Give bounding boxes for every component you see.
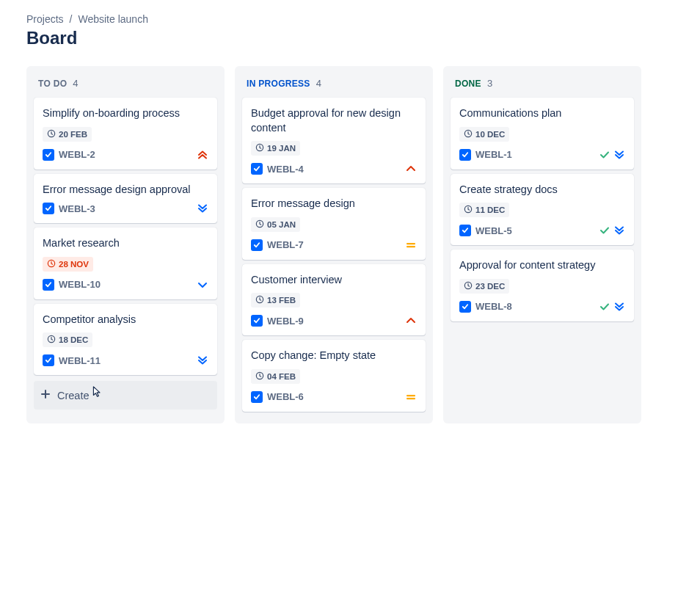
clock-icon bbox=[464, 281, 473, 291]
column-name: IN PROGRESS bbox=[247, 79, 310, 89]
card[interactable]: Error message design approval WEBL-3 bbox=[34, 174, 217, 224]
task-icon bbox=[43, 354, 54, 366]
create-label: Create bbox=[57, 390, 90, 401]
card-key: WEBL-9 bbox=[251, 315, 304, 327]
priority-icon bbox=[197, 279, 208, 291]
column-done: DONE 3 Communications plan 10 DEC WEBL-1 bbox=[443, 66, 641, 423]
priority-icon bbox=[599, 225, 625, 236]
task-icon bbox=[251, 163, 263, 175]
card-footer: WEBL-1 bbox=[459, 149, 625, 161]
breadcrumb: Projects / Website launch bbox=[26, 13, 674, 25]
column-count: 4 bbox=[73, 78, 78, 89]
card-title: Communications plan bbox=[459, 106, 625, 121]
due-date-text: 20 FEB bbox=[59, 130, 87, 139]
card[interactable]: Communications plan 10 DEC WEBL-1 bbox=[451, 98, 634, 170]
card-key: WEBL-8 bbox=[459, 301, 512, 313]
card[interactable]: Customer interview 13 FEB WEBL-9 bbox=[242, 264, 426, 336]
column-header: IN PROGRESS 4 bbox=[242, 73, 426, 98]
due-date-text: 28 NOV bbox=[59, 260, 89, 269]
due-date-text: 19 JAN bbox=[267, 144, 296, 153]
clock-icon bbox=[255, 295, 264, 305]
clock-icon bbox=[255, 371, 264, 382]
priority-icon bbox=[197, 203, 208, 214]
clock-icon bbox=[47, 129, 56, 139]
page-title: Board bbox=[26, 28, 674, 48]
card[interactable]: Create strategy docs 11 DEC WEBL-5 bbox=[451, 174, 634, 246]
breadcrumb-root[interactable]: Projects bbox=[26, 13, 64, 25]
column-name: TO DO bbox=[38, 79, 67, 89]
card-footer: WEBL-2 bbox=[43, 149, 208, 161]
due-date-badge: 13 FEB bbox=[251, 293, 300, 308]
due-date-badge: 10 DEC bbox=[459, 127, 509, 142]
board: TO DO 4 Simplify on-boarding process 20 … bbox=[26, 66, 674, 423]
issue-key: WEBL-5 bbox=[475, 225, 512, 236]
priority-icon bbox=[599, 301, 625, 313]
due-date-text: 11 DEC bbox=[475, 205, 505, 214]
breadcrumb-current: Website launch bbox=[78, 13, 147, 25]
card-key: WEBL-5 bbox=[459, 225, 512, 236]
issue-key: WEBL-2 bbox=[59, 149, 95, 160]
card-title: Approval for content strategy bbox=[459, 258, 625, 273]
card-key: WEBL-1 bbox=[459, 149, 512, 161]
clock-icon bbox=[464, 129, 473, 139]
card-key: WEBL-4 bbox=[251, 163, 304, 175]
clock-icon bbox=[464, 205, 473, 215]
card[interactable]: Approval for content strategy 23 DEC WEB… bbox=[451, 250, 634, 321]
card-key: WEBL-3 bbox=[43, 203, 95, 214]
task-icon bbox=[251, 239, 263, 251]
card-title: Error message design bbox=[251, 197, 417, 211]
clock-icon bbox=[47, 259, 56, 269]
due-date-badge: 23 DEC bbox=[459, 279, 509, 294]
column-count: 4 bbox=[316, 78, 321, 89]
issue-key: WEBL-4 bbox=[267, 164, 304, 175]
card-footer: WEBL-3 bbox=[43, 203, 208, 214]
card-footer: WEBL-9 bbox=[251, 315, 417, 327]
card-title: Budget approval for new design content bbox=[251, 106, 417, 135]
card-footer: WEBL-5 bbox=[459, 225, 625, 236]
priority-icon bbox=[405, 315, 417, 327]
card-title: Copy change: Empty state bbox=[251, 349, 417, 363]
card-title: Competitor analysis bbox=[43, 313, 208, 327]
card[interactable]: Market research 28 NOV WEBL-10 bbox=[34, 228, 217, 299]
card[interactable]: Competitor analysis 18 DEC WEBL-11 bbox=[34, 304, 217, 376]
card[interactable]: Budget approval for new design content 1… bbox=[242, 98, 426, 183]
issue-key: WEBL-9 bbox=[267, 316, 304, 327]
card-footer: WEBL-7 bbox=[251, 239, 417, 251]
issue-key: WEBL-11 bbox=[59, 355, 101, 366]
card[interactable]: Error message design 05 JAN WEBL-7 bbox=[242, 188, 426, 260]
priority-icon bbox=[197, 354, 208, 366]
card-title: Error message design approval bbox=[43, 183, 208, 197]
due-date-text: 18 DEC bbox=[59, 335, 88, 344]
task-icon bbox=[43, 279, 54, 291]
card-title: Market research bbox=[43, 236, 208, 251]
card[interactable]: Simplify on-boarding process 20 FEB WEBL… bbox=[34, 98, 217, 170]
task-icon bbox=[459, 301, 471, 313]
column-name: DONE bbox=[455, 79, 481, 89]
issue-key: WEBL-7 bbox=[267, 239, 304, 250]
issue-key: WEBL-8 bbox=[475, 301, 512, 312]
card-footer: WEBL-6 bbox=[251, 391, 417, 403]
task-icon bbox=[251, 391, 263, 403]
due-date-badge: 20 FEB bbox=[43, 127, 92, 142]
column-todo: TO DO 4 Simplify on-boarding process 20 … bbox=[26, 66, 225, 423]
task-icon bbox=[459, 149, 471, 161]
card-footer: WEBL-10 bbox=[43, 279, 208, 291]
due-date-badge: 18 DEC bbox=[43, 332, 92, 347]
task-icon bbox=[251, 315, 263, 327]
card[interactable]: Copy change: Empty state 04 FEB WEBL-6 bbox=[242, 340, 426, 412]
priority-icon bbox=[405, 239, 417, 251]
card-title: Create strategy docs bbox=[459, 183, 625, 197]
task-icon bbox=[459, 225, 471, 236]
card-key: WEBL-2 bbox=[43, 149, 95, 161]
card-title: Customer interview bbox=[251, 273, 417, 288]
breadcrumb-separator: / bbox=[70, 13, 73, 25]
task-icon bbox=[43, 203, 54, 214]
due-date-text: 04 FEB bbox=[267, 372, 296, 381]
cursor-icon bbox=[90, 385, 103, 401]
due-date-text: 10 DEC bbox=[475, 130, 505, 139]
create-issue-button[interactable]: Create bbox=[34, 381, 217, 410]
due-date-badge: 04 FEB bbox=[251, 369, 300, 384]
due-date-text: 13 FEB bbox=[267, 296, 296, 305]
card-key: WEBL-10 bbox=[43, 279, 101, 291]
card-footer: WEBL-8 bbox=[459, 301, 625, 313]
